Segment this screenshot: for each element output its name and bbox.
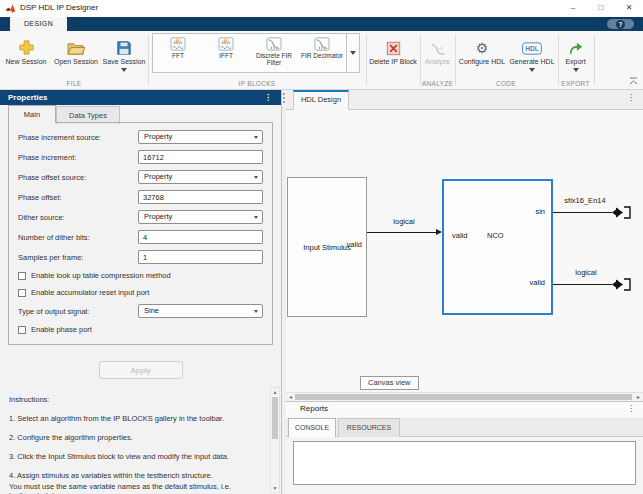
chevron-down-icon	[254, 310, 258, 313]
number-of-dither-bits-input[interactable]	[138, 230, 263, 244]
fir-decimator-icon	[314, 37, 330, 51]
wire-valid-output	[553, 284, 612, 285]
apply-button[interactable]: Apply	[99, 361, 183, 379]
properties-menu-icon[interactable]: ⋮	[264, 90, 272, 105]
reports-title: Reports	[300, 404, 328, 413]
new-session-button[interactable]: New Session	[4, 32, 48, 66]
open-session-icon	[67, 35, 86, 56]
open-session-button[interactable]: Open Session	[52, 32, 100, 66]
group-analyze: Analyze ANALYZE	[421, 31, 454, 89]
enable-phase-port-checkbox[interactable]	[18, 326, 26, 334]
reports-header: Reports ⋮	[286, 402, 643, 417]
field-phase-offset: Phase offset:	[9, 187, 272, 207]
field-number-of-dither-bits: Number of dither bits:	[9, 227, 272, 247]
help-icon: ?	[616, 20, 625, 29]
tab-console[interactable]: CONSOLE	[288, 418, 336, 437]
document-menu-icon[interactable]: ⋮	[627, 93, 635, 102]
chevron-down-icon	[254, 136, 258, 139]
close-button[interactable]: ✕	[615, 0, 643, 17]
scroll-up-icon[interactable]: ▲	[271, 389, 279, 395]
scroll-down-icon[interactable]: ▼	[271, 485, 279, 491]
save-session-button[interactable]: Save Session	[102, 32, 146, 72]
phase-offset-input[interactable]	[138, 190, 263, 204]
scrollbar-thumb[interactable]	[272, 397, 278, 439]
output-port-sin-icon[interactable]	[612, 205, 632, 220]
splitter-grip-icon	[283, 93, 285, 104]
wire-sin-output	[553, 212, 612, 213]
titlebar: DSP HDL IP Designer – □ ✕	[0, 0, 643, 17]
phase-increment-source-select[interactable]: Property	[138, 130, 263, 144]
ifft-gallery-item[interactable]: IFFT	[202, 35, 250, 71]
document-tabbar: HDL Design ⋮	[286, 90, 643, 110]
help-button[interactable]: ?	[607, 19, 634, 29]
wire-input-to-nco	[367, 232, 436, 233]
output-port-valid-icon[interactable]	[612, 277, 632, 292]
dither-source-select[interactable]: Property	[138, 210, 263, 224]
export-icon	[568, 35, 584, 56]
canvas-hscrollbar[interactable]: ◄ ►	[286, 392, 643, 401]
svg-text:HDL: HDL	[525, 45, 538, 52]
phase-offset-source-select[interactable]: Property	[138, 170, 263, 184]
fft-icon	[170, 37, 186, 51]
properties-header: Properties ⋮	[0, 90, 281, 105]
analyze-icon	[430, 35, 446, 56]
gallery-dropdown-button[interactable]	[346, 34, 359, 72]
hscrollbar-thumb[interactable]	[295, 394, 632, 400]
tab-main[interactable]: Main	[8, 105, 56, 123]
maximize-button[interactable]: □	[587, 0, 615, 17]
group-export: Export EXPORT	[559, 31, 592, 89]
tab-hdl-design[interactable]: HDL Design	[293, 90, 349, 110]
window-title: DSP HDL IP Designer	[20, 3, 98, 12]
instructions-text: Instructions: 1. Select an algorithm fro…	[9, 395, 261, 494]
tab-resources[interactable]: RESOURCES	[338, 418, 400, 437]
ip-blocks-gallery: FFT IFFT Discrete FIR Filter	[152, 33, 360, 73]
canvas-view-tooltip: Canvas view	[360, 376, 419, 390]
nco-block[interactable]: valid NCO sin valid	[442, 179, 553, 315]
phase-increment-input[interactable]	[138, 150, 263, 164]
fir-decimator-gallery-item[interactable]: FIR Decimator	[298, 35, 346, 71]
new-session-icon	[18, 35, 35, 56]
group-file: New Session Open Session Save Session FI…	[0, 31, 148, 89]
field-phase-increment: Phase increment:	[9, 147, 272, 167]
delete-ip-block-button[interactable]: Delete IP Block	[368, 32, 418, 66]
app-window: DSP HDL IP Designer – □ ✕ DESIGN ? New S…	[0, 0, 643, 494]
field-enable-phase-port: Enable phase port	[9, 321, 272, 338]
field-phase-increment-source: Phase increment source: Property	[9, 127, 272, 147]
collapse-ribbon-icon[interactable]	[629, 77, 638, 85]
configure-hdl-button[interactable]: ⚙ Configure HDL	[457, 32, 507, 66]
hdl-design-canvas[interactable]: Input Stimulus valid logical valid NCO s…	[286, 111, 643, 392]
reports-tabbar: CONSOLE RESOURCES	[286, 418, 643, 437]
generate-hdl-caret-icon[interactable]	[529, 68, 535, 72]
type-of-output-signal-select[interactable]: Sine	[138, 304, 263, 318]
export-button[interactable]: Export	[559, 32, 592, 72]
export-caret-icon[interactable]	[573, 68, 579, 72]
discrete-fir-filter-gallery-item[interactable]: Discrete FIR Filter	[250, 35, 298, 71]
field-enable-accumulator-reset: Enable accumulator reset input port	[9, 284, 272, 301]
discrete-fir-filter-icon	[266, 37, 282, 51]
enable-accumulator-reset-checkbox[interactable]	[18, 289, 26, 297]
analyze-button[interactable]: Analyze	[421, 32, 454, 66]
field-samples-per-frame: Samples per frame:	[9, 247, 272, 267]
field-enable-lut-compression: Enable look up table compression method	[9, 267, 272, 284]
document-area: HDL Design ⋮ Input Stimulus valid logica…	[286, 90, 643, 494]
samples-per-frame-input[interactable]	[138, 250, 263, 264]
generate-hdl-icon: HDL	[521, 35, 543, 56]
generate-hdl-button[interactable]: HDL Generate HDL	[508, 32, 556, 72]
reports-menu-icon[interactable]: ⋮	[627, 404, 635, 413]
field-dither-source: Dither source: Property	[9, 207, 272, 227]
ribbon-tabstrip: DESIGN ?	[0, 17, 643, 31]
save-session-caret-icon[interactable]	[121, 68, 127, 72]
enable-lut-compression-checkbox[interactable]	[18, 272, 26, 280]
reports-panel: Reports ⋮ CONSOLE RESOURCES	[286, 401, 643, 494]
chevron-down-icon	[254, 176, 258, 179]
field-phase-offset-source: Phase offset source: Property	[9, 167, 272, 187]
gallery-caret-icon	[350, 51, 356, 55]
chevron-down-icon	[254, 216, 258, 219]
group-ip-blocks: FFT IFFT Discrete FIR Filter	[151, 31, 363, 89]
input-stimulus-block[interactable]: Input Stimulus valid	[287, 177, 367, 317]
configure-hdl-gear-icon: ⚙	[476, 35, 489, 56]
tab-design[interactable]: DESIGN	[10, 17, 67, 31]
minimize-button[interactable]: –	[559, 0, 587, 17]
properties-scrollbar[interactable]: ▲ ▼	[270, 387, 280, 493]
fft-gallery-item[interactable]: FFT	[154, 35, 202, 71]
